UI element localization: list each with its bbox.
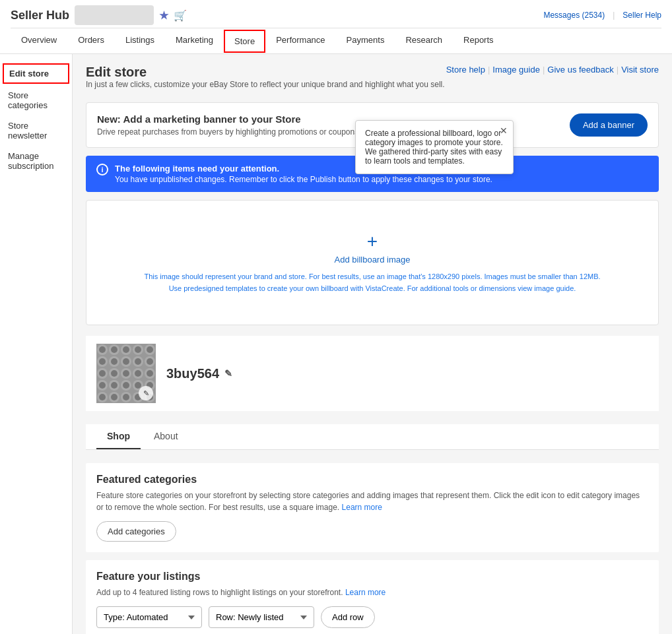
tooltip-text: Create a professional billboard, logo or… bbox=[365, 129, 504, 166]
listings-row: Type: Automated Row: Newly listed Add ro… bbox=[96, 606, 648, 628]
page-subtitle: In just a few clicks, customize your eBa… bbox=[86, 80, 445, 89]
feature-listings-title: Feature your listings bbox=[96, 571, 648, 583]
avatar-edit-button[interactable]: ✎ bbox=[139, 386, 153, 400]
main-content: Edit store In just a few clicks, customi… bbox=[73, 54, 672, 634]
seller-hub-logo: Seller Hub ★ 🛒 bbox=[11, 5, 187, 25]
row-dropdown[interactable]: Row: Newly listed bbox=[209, 606, 314, 628]
nav-reports[interactable]: Reports bbox=[453, 28, 504, 53]
cart-icon: 🛒 bbox=[174, 9, 187, 22]
nav-research[interactable]: Research bbox=[395, 28, 453, 53]
tooltip-popup: Create a professional billboard, logo or… bbox=[355, 120, 514, 174]
top-bar-right: Messages (2534) | Seller Help bbox=[543, 11, 661, 20]
page-header: Edit store In just a few clicks, customi… bbox=[86, 65, 659, 100]
add-banner-button[interactable]: Add a banner bbox=[570, 113, 648, 137]
featured-categories-learn-more[interactable]: Learn more bbox=[342, 503, 382, 512]
sidebar-edit-store[interactable]: Edit store bbox=[3, 63, 69, 84]
alert-desc: You have unpublished changes. Remember t… bbox=[115, 175, 492, 184]
logo-text: Seller Hub bbox=[11, 9, 69, 22]
star-icon: ★ bbox=[159, 9, 168, 22]
add-billboard-label[interactable]: Add billboard image bbox=[335, 255, 411, 265]
nav-store[interactable]: Store bbox=[224, 30, 265, 53]
billboard-hint1: This image should represent your brand a… bbox=[144, 272, 600, 280]
store-name-text: 3buy564 bbox=[166, 366, 219, 381]
page-title: Edit store bbox=[86, 65, 445, 80]
nav-payments[interactable]: Payments bbox=[336, 28, 395, 53]
give-feedback-link[interactable]: Give us feedback bbox=[547, 65, 613, 75]
store-tabs: Shop About bbox=[86, 424, 659, 450]
nav-orders[interactable]: Orders bbox=[67, 28, 115, 53]
sidebar: Edit store Store categories Store newsle… bbox=[0, 54, 73, 634]
store-help-link[interactable]: Store help bbox=[446, 65, 485, 75]
featured-categories-section: Featured categories Feature store catego… bbox=[86, 463, 659, 552]
store-profile: ✎ 3buy564 ✎ bbox=[86, 336, 659, 411]
alert-icon: i bbox=[96, 164, 108, 175]
top-bar: Seller Hub ★ 🛒 Messages (2534) | Seller … bbox=[0, 0, 672, 54]
featured-categories-desc: Feature store categories on your storefr… bbox=[96, 490, 648, 513]
seller-help-link[interactable]: Seller Help bbox=[622, 11, 661, 20]
tab-shop[interactable]: Shop bbox=[96, 424, 141, 449]
user-avatar bbox=[75, 5, 154, 25]
separator: | bbox=[613, 11, 615, 20]
add-categories-button[interactable]: Add categories bbox=[96, 521, 176, 542]
feature-listings-learn-more[interactable]: Learn more bbox=[345, 588, 386, 597]
tab-about[interactable]: About bbox=[143, 424, 189, 449]
sidebar-manage-subscription[interactable]: Manage subscription bbox=[0, 146, 72, 176]
add-row-button[interactable]: Add row bbox=[321, 606, 375, 628]
billboard-area[interactable]: + Add billboard image This image should … bbox=[86, 200, 659, 325]
store-avatar: ✎ bbox=[96, 344, 156, 403]
featured-categories-title: Featured categories bbox=[96, 474, 648, 486]
plus-icon: + bbox=[367, 231, 378, 252]
nav-listings[interactable]: Listings bbox=[115, 28, 165, 53]
nav-performance[interactable]: Performance bbox=[265, 28, 335, 53]
visit-store-link[interactable]: Visit store bbox=[621, 65, 659, 75]
edit-store-name-icon[interactable]: ✎ bbox=[224, 368, 232, 379]
main-nav: Overview Orders Listings Marketing Store… bbox=[11, 28, 661, 53]
alert-title: The following items need your attention. bbox=[115, 164, 279, 174]
feature-listings-desc: Add up to 4 featured listing rows to hig… bbox=[96, 586, 648, 598]
billboard-hint2: Use predesigned templates to create your… bbox=[169, 284, 576, 292]
nav-marketing[interactable]: Marketing bbox=[165, 28, 224, 53]
billboard-hint: This image should represent your brand a… bbox=[144, 271, 600, 294]
type-dropdown[interactable]: Type: Automated bbox=[96, 606, 202, 628]
image-guide-link[interactable]: Image guide bbox=[492, 65, 540, 75]
feature-listings-section: Feature your listings Add up to 4 featur… bbox=[86, 560, 659, 634]
messages-link[interactable]: Messages (2534) bbox=[543, 11, 605, 20]
sidebar-store-categories[interactable]: Store categories bbox=[0, 85, 72, 115]
page-header-links: Store help | Image guide | Give us feedb… bbox=[446, 65, 659, 75]
tooltip-close-button[interactable]: ✕ bbox=[500, 126, 508, 135]
nav-overview[interactable]: Overview bbox=[11, 28, 67, 53]
sidebar-store-newsletter[interactable]: Store newsletter bbox=[0, 115, 72, 146]
page-layout: Edit store Store categories Store newsle… bbox=[0, 54, 672, 634]
store-name: 3buy564 ✎ bbox=[166, 366, 232, 381]
